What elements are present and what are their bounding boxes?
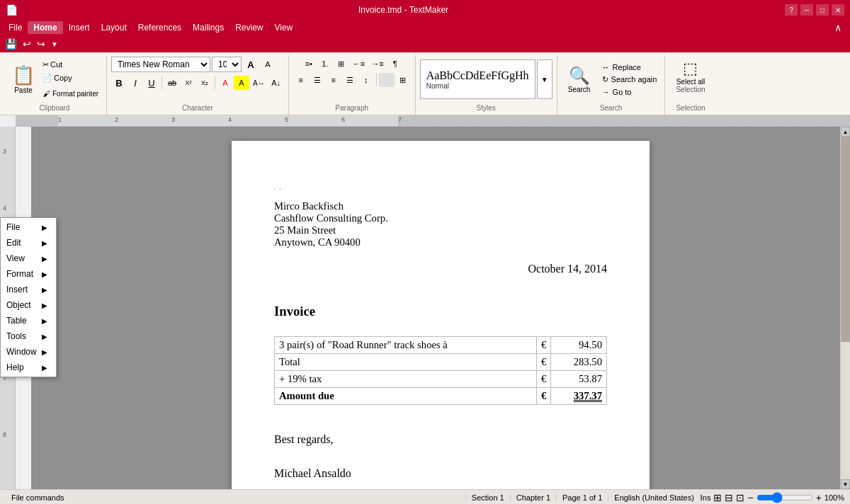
grow-font-btn[interactable]: A [243,57,259,71]
highlight-btn[interactable]: A [234,76,249,90]
format-painter-button[interactable]: 🖌 Format painter [40,85,102,102]
view-layout-btn[interactable]: ⊟ [725,492,733,503]
paste-button[interactable]: 📋 Paste [7,59,40,99]
subscript-btn[interactable]: X₂ [197,76,212,90]
multilevel-btn[interactable]: ⊞ [334,57,349,71]
style-preview-text: AaBbCcDdEeFfGgHh [426,69,529,82]
restore-btn[interactable]: □ [816,4,829,16]
menu-home[interactable]: Home [28,21,62,34]
ctx-tools[interactable]: Tools ▶ [1,328,56,344]
shrink-font-btn[interactable]: A [260,57,276,71]
goto-button[interactable]: → Go to [599,86,661,98]
ctx-object[interactable]: Object ▶ [1,297,56,313]
ctx-edit[interactable]: Edit ▶ [1,235,56,251]
para-row1: ≡• 1. ⊞ ←≡ →≡ ¶ [301,57,403,71]
ctx-view[interactable]: View ▶ [1,251,56,266]
bold-btn[interactable]: B [111,76,127,90]
row3-desc: + 19% tax [275,371,537,388]
show-marks-btn[interactable]: ¶ [387,57,403,71]
close-btn[interactable]: ✕ [832,4,844,16]
total-currency: € [537,388,551,405]
qa-save[interactable]: 💾 [3,37,19,51]
font-selector[interactable]: Times New Roman Arial Calibri [111,57,210,72]
zoom-in-btn[interactable]: + [816,492,822,503]
zoom-slider[interactable] [756,492,813,503]
shading-btn[interactable] [379,73,395,87]
paste-icon: 📋 [12,64,35,86]
justify-btn[interactable]: ☰ [342,73,358,87]
ctx-window[interactable]: Window ▶ [1,344,56,360]
qa-dropdown[interactable]: ▼ [49,39,60,50]
menu-layout[interactable]: Layout [96,21,132,34]
sender-company: Cashflow Consulting Corp. [274,212,607,224]
row2-currency: € [537,354,551,371]
ctx-format[interactable]: Format ▶ [1,266,56,282]
menu-references[interactable]: References [132,21,187,34]
replace-button[interactable]: ↔ Replace [599,62,661,73]
menu-file[interactable]: File [3,21,28,34]
styles-more-btn[interactable]: ▼ [537,59,552,99]
minimize-btn[interactable]: ─ [800,4,813,16]
scroll-down-btn[interactable]: ▼ [841,479,850,489]
align-left-btn[interactable]: ≡ [293,73,309,87]
status-ins: Ins [701,493,711,502]
view-outline-btn[interactable]: ⊡ [736,492,744,503]
quick-access-toolbar: 💾 ↩ ↪ ▼ [0,35,850,52]
style-preview-box[interactable]: AaBbCcDdEeFfGgHh Normal [420,59,536,99]
font-size-selector[interactable]: 10 12 14 [212,57,242,72]
ctx-file[interactable]: File ▶ [1,219,56,235]
scroll-up-btn[interactable]: ▲ [841,127,850,137]
menu-insert[interactable]: Insert [63,21,96,34]
clear-format-btn[interactable]: A↓ [268,76,284,90]
bullets-btn[interactable]: ≡• [301,57,317,71]
underline-btn[interactable]: U [144,76,159,90]
strikethrough-btn[interactable]: ab [164,76,180,90]
vertical-scrollbar[interactable]: ▲ ▼ [840,127,850,489]
search-again-button[interactable]: ↻ Search again [599,74,661,86]
ctx-help[interactable]: Help ▶ [1,360,56,375]
copy-button[interactable]: 📄 Copy [40,71,102,84]
ribbon-collapse-btn[interactable]: ∧ [829,22,847,33]
menu-view[interactable]: View [268,21,298,34]
view-normal-btn[interactable]: ⊞ [713,492,722,503]
cut-icon: ✂ [42,60,49,69]
sender-city: Anytown, CA 90400 [274,236,607,248]
menu-mailings[interactable]: Mailings [187,21,230,34]
align-center-btn[interactable]: ☰ [310,73,325,87]
line-spacing-btn[interactable]: ↕ [358,73,374,87]
app-icon: 📄 [6,4,18,16]
numbering-btn[interactable]: 1. [317,57,333,71]
search-side-buttons: ↔ Replace ↻ Search again → Go to [599,62,661,98]
invoice-title: Invoice [274,304,607,319]
menu-review[interactable]: Review [230,21,268,34]
italic-btn[interactable]: I [128,76,143,90]
char-spacing-btn[interactable]: A↔ [250,76,268,90]
ribbon-group-clipboard: 📋 Paste ✂ Cut 📄 Copy 🖌 Format painter [3,55,107,115]
align-right-btn[interactable]: ≡ [326,73,341,87]
ctx-insert[interactable]: Insert ▶ [1,282,56,297]
help-btn[interactable]: ? [785,4,798,16]
status-command: File commands [6,493,466,502]
indent-decrease-btn[interactable]: ←≡ [350,57,368,71]
font-format-row: B I U ab X² X₂ A A A↔ A↓ [111,76,284,90]
row1-desc: 3 pair(s) of "Road Runner" track shoes à [275,337,537,354]
table-row-2: Total € 283.50 [275,354,607,371]
superscript-btn[interactable]: X² [181,76,196,90]
qa-undo[interactable]: ↩ [21,37,33,51]
replace-icon: ↔ [602,63,610,71]
search-button[interactable]: 🔍 Search [562,59,597,99]
cut-button[interactable]: ✂ Cut [40,58,102,71]
menu-bar: File Home Insert Layout References Maili… [0,20,850,35]
select-all-button[interactable]: ⬚ Select all Selection [669,57,711,96]
ctx-table[interactable]: Table ▶ [1,313,56,328]
para-row2: ≡ ☰ ≡ ☰ ↕ ⊞ [293,73,411,87]
zoom-out-btn[interactable]: − [747,492,753,503]
font-color-btn[interactable]: A [217,76,233,90]
borders-btn[interactable]: ⊞ [395,73,411,87]
signature: Michael Ansaldo [274,467,607,480]
indent-increase-btn[interactable]: →≡ [368,57,386,71]
scroll-thumb[interactable] [841,137,850,342]
qa-redo[interactable]: ↪ [35,37,47,51]
ribbon-group-paragraph: ≡• 1. ⊞ ←≡ →≡ ¶ ≡ ☰ ≡ ☰ ↕ ⊞ Paragraph [289,55,416,115]
document-scroll-area[interactable]: · · Mirco Backfisch Cashflow Consulting … [31,127,850,489]
